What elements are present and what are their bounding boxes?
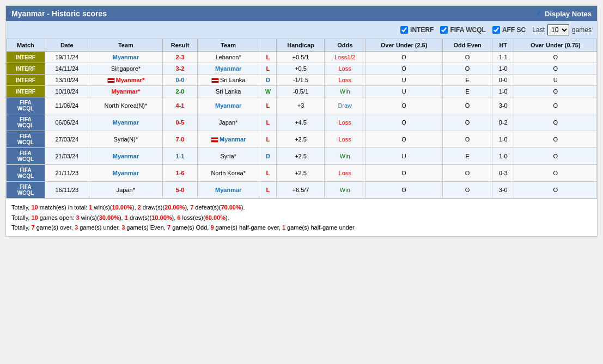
- fifa-checkbox[interactable]: [440, 26, 448, 34]
- table-header-row: Match Date Team Result Team Handicap Odd…: [7, 39, 597, 52]
- result-cell: 0-0: [162, 75, 197, 86]
- scores-table: Match Date Team Result Team Handicap Odd…: [6, 39, 597, 199]
- aff-checkbox[interactable]: [492, 26, 500, 34]
- total-matches: 10: [31, 204, 38, 211]
- team2-cell[interactable]: Myanmar: [198, 97, 259, 114]
- last-games-selector: Last 10 20 30 games: [532, 24, 592, 35]
- table-row: FIFAWCQL06/06/24Myanmar0-5Japan*L+4.5Los…: [7, 114, 597, 131]
- handicap-cell: +4.5: [277, 114, 325, 131]
- summary-line-2: Totally, 10 games open: 3 win(s)(30.00%)…: [11, 213, 592, 223]
- date-cell: 13/10/24: [45, 75, 89, 86]
- team1-cell[interactable]: Myanmar*: [89, 86, 162, 97]
- team2-cell[interactable]: Myanmar: [198, 182, 259, 199]
- team1-cell[interactable]: Japan*: [89, 182, 162, 199]
- team2-cell[interactable]: Lebanon*: [198, 52, 259, 63]
- team2-cell[interactable]: Japan*: [198, 114, 259, 131]
- odds-cell: Loss: [325, 131, 365, 148]
- oe-cell: O: [443, 165, 492, 182]
- half-over: 9: [210, 224, 214, 231]
- games-count-select[interactable]: 10 20 30: [547, 24, 569, 35]
- aff-label: AFF SC: [502, 26, 526, 34]
- team2-cell[interactable]: North Korea*: [198, 165, 259, 182]
- ou25-cell: O: [365, 63, 442, 75]
- col-oe: Odd Even: [443, 39, 492, 52]
- table-row: INTERF13/10/24Myanmar*0-0Sri LankaD-1/1.…: [7, 75, 597, 86]
- open-wins-pct: 30.00%: [99, 214, 119, 221]
- date-cell: 27/03/24: [45, 131, 89, 148]
- ht-cell: 3-0: [492, 97, 514, 114]
- outcome-cell: W: [259, 86, 277, 97]
- odds-cell: Loss: [325, 114, 365, 131]
- outcome-cell: L: [259, 63, 277, 75]
- oe-cell: O: [443, 97, 492, 114]
- draws-count: 2: [138, 204, 141, 211]
- odds-cell: Loss: [325, 63, 365, 75]
- table-row: INTERF14/11/24Singapore*3-2MyanmarL+0.5L…: [7, 63, 597, 75]
- table-row: INTERF19/11/24Myanmar2-3Lebanon*L+0.5/1L…: [7, 52, 597, 63]
- ou25-cell: O: [365, 114, 442, 131]
- ou075-cell: O: [514, 114, 597, 131]
- team1-cell[interactable]: Myanmar: [89, 52, 162, 63]
- col-handicap: Handicap: [277, 39, 325, 52]
- odds-cell: Win: [325, 182, 365, 199]
- ou25-cell: U: [365, 75, 442, 86]
- ou075-cell: O: [514, 97, 597, 114]
- team2-cell[interactable]: Sri Lanka: [198, 86, 259, 97]
- team1-cell[interactable]: Myanmar: [89, 165, 162, 182]
- result-cell: 1-1: [162, 148, 197, 165]
- date-cell: 21/03/24: [45, 148, 89, 165]
- wins-pct: 10.00%: [112, 204, 132, 211]
- col-team2: Team: [198, 39, 259, 52]
- ou075-cell: O: [514, 148, 597, 165]
- date-cell: 21/11/23: [45, 165, 89, 182]
- handicap-cell: +6.5/7: [277, 182, 325, 199]
- oe-cell: O: [443, 63, 492, 75]
- ht-cell: 0-0: [492, 75, 514, 86]
- result-cell: 2-0: [162, 86, 197, 97]
- display-notes-toggle[interactable]: ✓ Display Notes: [535, 9, 592, 18]
- odds-cell: Draw: [325, 97, 365, 114]
- ou075-cell: O: [514, 63, 597, 75]
- open-wins: 3: [76, 214, 79, 221]
- outcome-cell: L: [259, 114, 277, 131]
- filter-interf[interactable]: INTERF: [400, 26, 434, 34]
- flag-icon: [211, 78, 219, 83]
- result-cell: 3-2: [162, 63, 197, 75]
- team1-cell[interactable]: Singapore*: [89, 63, 162, 75]
- team2-cell[interactable]: Myanmar: [198, 63, 259, 75]
- match-type-cell: FIFAWCQL: [7, 114, 45, 131]
- interf-checkbox[interactable]: [400, 26, 408, 34]
- games-over: 7: [31, 224, 34, 231]
- team2-cell[interactable]: Syria*: [198, 148, 259, 165]
- team2-cell[interactable]: Myanmar: [198, 131, 259, 148]
- date-cell: 06/06/24: [45, 114, 89, 131]
- ou25-cell: U: [365, 148, 442, 165]
- team1-cell[interactable]: Myanmar: [89, 114, 162, 131]
- table-row: FIFAWCQL21/11/23Myanmar1-6North Korea*L+…: [7, 165, 597, 182]
- open-losses-pct: 60.00%: [205, 214, 226, 221]
- filter-aff[interactable]: AFF SC: [492, 26, 526, 34]
- ou25-cell: U: [365, 86, 442, 97]
- match-type-cell: INTERF: [7, 63, 45, 75]
- team1-cell[interactable]: Myanmar: [89, 148, 162, 165]
- handicap-cell: +0.5/1: [277, 52, 325, 63]
- filter-fifa[interactable]: FIFA WCQL: [440, 26, 486, 34]
- col-ou25: Over Under (2.5): [365, 39, 442, 52]
- oe-cell: O: [443, 131, 492, 148]
- col-ou075: Over Under (0.75): [514, 39, 597, 52]
- odds-cell: Loss1/2: [325, 52, 365, 63]
- team1-cell[interactable]: North Korea(N)*: [89, 97, 162, 114]
- team2-cell[interactable]: Sri Lanka: [198, 75, 259, 86]
- ht-cell: 3-0: [492, 182, 514, 199]
- outcome-cell: L: [259, 131, 277, 148]
- match-type-cell: FIFAWCQL: [7, 148, 45, 165]
- ou25-cell: O: [365, 131, 442, 148]
- oe-cell: O: [443, 182, 492, 199]
- team1-cell[interactable]: Myanmar*: [89, 75, 162, 86]
- ht-cell: 0-3: [492, 165, 514, 182]
- title-bar: Myanmar - Historic scores ✓ Display Note…: [6, 6, 597, 21]
- date-cell: 14/11/24: [45, 63, 89, 75]
- col-team1: Team: [89, 39, 162, 52]
- team1-cell[interactable]: Syria(N)*: [89, 131, 162, 148]
- outcome-cell: L: [259, 97, 277, 114]
